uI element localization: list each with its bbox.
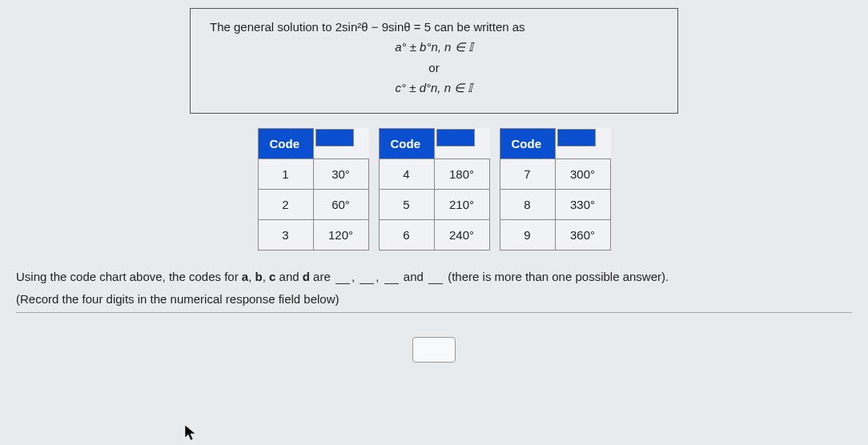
and-between: and bbox=[404, 270, 427, 283]
table-row: 2 60° bbox=[258, 190, 368, 220]
table-row: 9 360° bbox=[500, 220, 610, 251]
blank-b bbox=[360, 270, 374, 284]
blank-d bbox=[428, 270, 443, 284]
question-intro: The general solution to 2sin²θ − 9sinθ =… bbox=[210, 20, 658, 34]
bold-d: d bbox=[303, 270, 310, 283]
instr-before: Using the code chart above, the codes fo… bbox=[16, 270, 242, 283]
table-row: 7 300° bbox=[500, 159, 610, 190]
code-table-1: Code 1 30° 2 60° 3 120° bbox=[258, 128, 369, 251]
equation-text: 2sin²θ − 9sinθ = 5 bbox=[336, 20, 431, 34]
table-row: 1 30° bbox=[258, 159, 368, 190]
code-cell: 4 bbox=[379, 159, 434, 190]
table-row: 5 210° bbox=[379, 190, 489, 220]
value-cell: 360° bbox=[555, 220, 610, 251]
code-header-blank bbox=[557, 129, 596, 146]
value-cell: 330° bbox=[555, 190, 610, 220]
code-cell: 5 bbox=[379, 190, 434, 220]
value-cell: 120° bbox=[313, 220, 368, 251]
code-header-blank bbox=[436, 129, 475, 146]
instruction-line-2: (Record the four digits in the numerical… bbox=[16, 292, 852, 306]
question-box: The general solution to 2sin²θ − 9sinθ =… bbox=[190, 8, 678, 114]
value-cell: 180° bbox=[434, 159, 489, 190]
code-cell: 2 bbox=[258, 190, 313, 220]
value-cell: 30° bbox=[313, 159, 368, 190]
code-cell: 8 bbox=[500, 190, 555, 220]
and-word: and bbox=[279, 270, 303, 283]
paren-note: (there is more than one possible answer)… bbox=[448, 270, 669, 283]
formula-one: a° ± b°n, n ∈ 𝕀 bbox=[210, 40, 658, 54]
or-text: or bbox=[210, 61, 658, 74]
code-header: Code bbox=[258, 129, 313, 159]
response-area bbox=[16, 337, 852, 363]
code-header: Code bbox=[379, 129, 434, 159]
sep: , bbox=[263, 270, 269, 283]
value-cell: 210° bbox=[434, 190, 489, 220]
intro-after: can be written as bbox=[434, 20, 524, 34]
value-cell: 240° bbox=[434, 220, 489, 251]
code-cell: 6 bbox=[379, 220, 434, 251]
instruction-line-1: Using the code chart above, the codes fo… bbox=[16, 270, 852, 284]
formula-two: c° ± d°n, n ∈ 𝕀 bbox=[210, 81, 658, 95]
code-table-2: Code 4 180° 5 210° 6 240° bbox=[379, 128, 490, 251]
bold-a: a bbox=[242, 270, 248, 283]
table-row: 6 240° bbox=[379, 220, 489, 251]
code-table-3: Code 7 300° 8 330° 9 360° bbox=[500, 128, 611, 251]
value-cell: 300° bbox=[555, 159, 610, 190]
table-row: 4 180° bbox=[379, 159, 489, 190]
intro-before: The general solution to bbox=[210, 20, 336, 34]
code-cell: 3 bbox=[258, 220, 313, 251]
code-header: Code bbox=[500, 129, 555, 159]
codes-container: Code 1 30° 2 60° 3 120° Code 4 180° 5 21… bbox=[16, 128, 852, 251]
blank-a bbox=[336, 270, 350, 284]
divider bbox=[16, 312, 852, 313]
code-header-blank bbox=[315, 129, 354, 146]
numerical-response-input[interactable] bbox=[412, 337, 456, 363]
table-row: 8 330° bbox=[500, 190, 610, 220]
sep: , bbox=[248, 270, 255, 283]
code-cell: 1 bbox=[258, 159, 313, 190]
blank-c bbox=[384, 270, 399, 284]
bold-b: b bbox=[255, 270, 263, 283]
bold-c: c bbox=[269, 270, 275, 283]
code-cell: 9 bbox=[500, 220, 555, 251]
code-cell: 7 bbox=[500, 159, 555, 190]
are-word: are bbox=[313, 270, 334, 283]
table-row: 3 120° bbox=[258, 220, 368, 251]
value-cell: 60° bbox=[313, 190, 368, 220]
